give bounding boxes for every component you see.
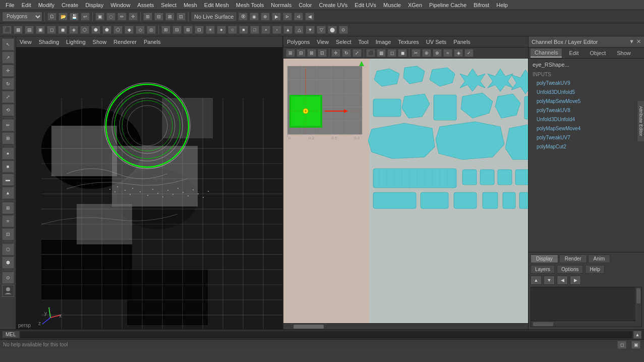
tb2-6[interactable]: ◼	[58, 26, 67, 34]
uv-tb-rotate[interactable]: ↻	[342, 49, 351, 57]
tb-render2[interactable]: ⊳	[283, 13, 292, 21]
menu-normals[interactable]: Normals	[267, 1, 295, 9]
layer-tab-display[interactable]: Display	[531, 254, 558, 263]
tb2-9[interactable]: ⬢	[91, 26, 100, 34]
layer-icon-3[interactable]: ▶	[570, 276, 581, 285]
vp-view[interactable]: View	[18, 39, 33, 45]
tb-move[interactable]: ✛	[129, 13, 138, 21]
layer-h-scrollbar[interactable]	[531, 321, 635, 327]
uv-tb-unfold[interactable]: ⊠	[307, 49, 316, 57]
vp-lighting[interactable]: Lighting	[65, 39, 87, 45]
uv-tb-sel3[interactable]: ◻	[387, 49, 396, 57]
layer-icon-1[interactable]: ▼	[544, 276, 555, 285]
menu-edit-mesh[interactable]: Edit Mesh	[201, 1, 232, 9]
lt-disp[interactable]: ⊡	[2, 228, 14, 240]
tb-render1[interactable]: ▶	[272, 13, 281, 21]
lt-select2[interactable]: ↗	[2, 51, 14, 64]
tb2-ao4[interactable]: ▽	[317, 26, 326, 34]
tb2-14[interactable]: ◎	[147, 26, 156, 34]
uv-tb-sel2[interactable]: ▦	[377, 49, 386, 57]
tb2-8[interactable]: ⬡	[80, 26, 89, 34]
cmd-expand[interactable]: ▲	[633, 331, 641, 339]
menu-color[interactable]: Color	[295, 1, 315, 9]
cb-tab-object[interactable]: Object	[586, 49, 610, 57]
tb2-shad3[interactable]: ▪	[261, 26, 270, 34]
tb2-5[interactable]: ◻	[47, 26, 56, 34]
mode-dropdown[interactable]: Polygons	[2, 12, 42, 22]
menu-edit[interactable]: Edit	[18, 1, 35, 9]
tb2-wire4[interactable]: ⊡	[195, 26, 204, 34]
attr-editor-tab[interactable]: Attribute Editor	[637, 101, 644, 141]
menu-file[interactable]: File	[2, 1, 18, 9]
uv-canvas[interactable]: 0 0.2 0.5 0.9	[283, 59, 528, 329]
uv-tb-3d[interactable]: ◈	[454, 49, 463, 57]
menu-create[interactable]: Create	[58, 1, 82, 9]
tb-render3[interactable]: ⊲	[294, 13, 303, 21]
vp-show[interactable]: Show	[91, 39, 108, 45]
lt-sculpt[interactable]: ⊞	[2, 132, 14, 144]
lt-paint[interactable]: ✏	[2, 119, 14, 131]
menu-help[interactable]: Help	[493, 1, 511, 9]
uv-select[interactable]: Select	[334, 39, 353, 45]
tb-cam2[interactable]: ◉	[250, 13, 259, 21]
tb-snap3[interactable]: ⊠	[165, 13, 174, 21]
lt-sphere[interactable]: ●	[2, 147, 14, 160]
menu-window[interactable]: Window	[107, 1, 134, 9]
tb-save[interactable]: 💾	[70, 13, 79, 21]
cb-close[interactable]: ✕	[636, 38, 641, 45]
channel-item-4[interactable]: Unfold3DUnfold4	[531, 115, 642, 124]
lt-ipr[interactable]: ⬢	[2, 256, 14, 269]
tb2-12[interactable]: ◆	[125, 26, 134, 34]
status-icon-2[interactable]: ▣	[631, 341, 640, 349]
uv-tb-snap[interactable]: ⊟	[297, 49, 306, 57]
tb-undo[interactable]: ↩	[81, 13, 90, 21]
menu-create-uvs[interactable]: Create UVs	[315, 1, 351, 9]
tb-snap4[interactable]: ⊡	[177, 13, 186, 21]
tb-cam1[interactable]: ⦿	[239, 13, 248, 21]
tb2-wire3[interactable]: ⊠	[184, 26, 193, 34]
tb2-1[interactable]: ⬛	[3, 26, 12, 34]
uv-uv-sets[interactable]: UV Sets	[425, 39, 448, 45]
vp-renderer[interactable]: Renderer	[112, 39, 138, 45]
uv-tb-sel1[interactable]: ⬛	[366, 49, 375, 57]
command-input[interactable]	[20, 331, 633, 339]
uv-textures[interactable]: Textures	[396, 39, 421, 45]
tb2-tex2[interactable]: ⊙	[339, 26, 348, 34]
tb2-3[interactable]: ▤	[25, 26, 34, 34]
tb2-ao2[interactable]: △	[295, 26, 304, 34]
menu-mesh-tools[interactable]: Mesh Tools	[232, 1, 267, 9]
cb-tab-edit[interactable]: Edit	[565, 49, 582, 57]
menu-modify[interactable]: Modify	[35, 1, 58, 9]
lt-avatar[interactable]	[2, 285, 14, 297]
lt-render[interactable]: ⬡	[2, 243, 14, 255]
lt-cyl[interactable]: ▬	[2, 174, 14, 186]
uv-tb-move[interactable]: ✛	[331, 49, 340, 57]
menu-display[interactable]: Display	[82, 1, 107, 9]
tb2-light1[interactable]: ☀	[206, 26, 215, 34]
channel-item-7[interactable]: polyMapCut2	[531, 142, 642, 151]
tb-snap1[interactable]: ⊞	[143, 13, 152, 21]
channel-item-0[interactable]: polyTweakUV9	[531, 78, 642, 87]
layer-btn-options[interactable]: Options	[557, 265, 583, 274]
menu-bifrost[interactable]: Bifrost	[470, 1, 493, 9]
uv-scrollbar-thumb[interactable]	[294, 325, 324, 329]
lt-rotate[interactable]: ↻	[2, 78, 14, 90]
lt-scale[interactable]: ⤢	[2, 91, 14, 103]
tb2-shad2[interactable]: □	[250, 26, 259, 34]
channel-item-6[interactable]: polyTweakUV7	[531, 133, 642, 142]
channel-item-5[interactable]: polyMapSewMove4	[531, 124, 642, 133]
layer-tab-render[interactable]: Render	[559, 254, 587, 263]
tb-new[interactable]: 🗋	[47, 13, 56, 21]
tb2-ao1[interactable]: ▲	[283, 26, 292, 34]
menu-select[interactable]: Select	[157, 1, 180, 9]
tb-open[interactable]: 📂	[58, 13, 68, 21]
tb2-light3[interactable]: ○	[228, 26, 237, 34]
uv-h-scrollbar[interactable]	[283, 323, 528, 329]
tb-paint[interactable]: ✏	[118, 13, 127, 21]
tb2-wire1[interactable]: ⊞	[161, 26, 170, 34]
tb2-13[interactable]: ◇	[136, 26, 145, 34]
uv-tb-check[interactable]: ✓	[464, 49, 474, 57]
tb2-11[interactable]: ⬠	[113, 26, 123, 34]
tb2-2[interactable]: ▦	[14, 26, 23, 34]
menu-mesh[interactable]: Mesh	[180, 1, 201, 9]
